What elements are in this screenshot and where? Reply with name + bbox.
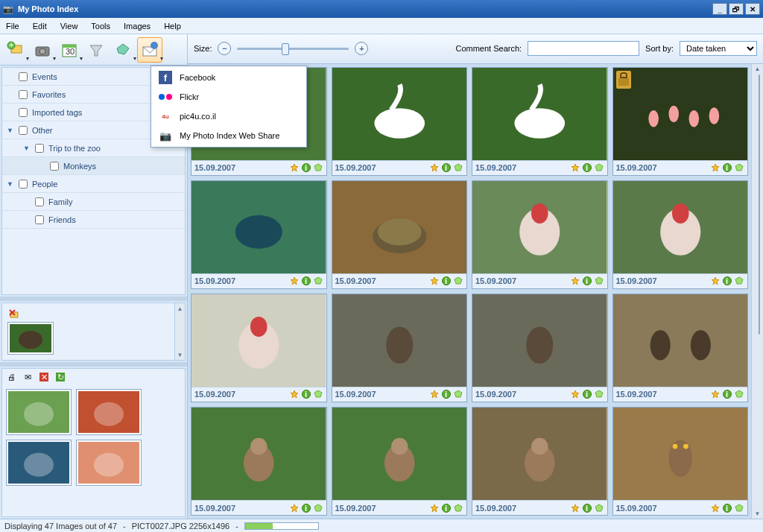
tag-icon[interactable] <box>734 276 744 286</box>
star-icon[interactable] <box>710 162 721 173</box>
photo-card[interactable]: 15.09.2007i <box>612 407 749 516</box>
info-icon[interactable]: i <box>441 162 452 173</box>
info-icon[interactable]: i <box>582 503 592 513</box>
photo-thumbnail[interactable] <box>613 68 748 160</box>
splitter-1[interactable] <box>0 297 187 301</box>
expander-icon[interactable]: ▼ <box>7 180 14 188</box>
tag-icon[interactable] <box>313 503 323 513</box>
tag-row[interactable]: Monkeys <box>2 157 185 175</box>
tag-checkbox[interactable] <box>19 126 28 135</box>
photo-thumbnail[interactable] <box>191 408 326 500</box>
photo-thumbnail[interactable] <box>332 68 467 160</box>
tag-icon[interactable] <box>734 162 744 173</box>
star-icon[interactable] <box>570 162 580 173</box>
zoom-in-button[interactable]: + <box>355 42 368 55</box>
menu-edit[interactable]: Edit <box>33 22 47 31</box>
zoom-out-button[interactable]: − <box>218 42 231 55</box>
camera-button[interactable]: ▾ <box>30 37 55 63</box>
mail-icon[interactable]: ✉ <box>22 371 34 383</box>
tag-checkbox[interactable] <box>35 144 44 153</box>
menu-help[interactable]: Help <box>164 22 181 31</box>
photo-card[interactable]: 15.09.2007i <box>612 180 749 289</box>
tag-icon[interactable] <box>594 162 604 173</box>
maximize-button[interactable]: 🗗 <box>729 3 744 15</box>
tag-icon[interactable] <box>453 276 463 286</box>
star-icon[interactable] <box>429 503 440 513</box>
star-icon[interactable] <box>289 162 300 173</box>
splitter-2[interactable] <box>0 362 187 367</box>
photo-card[interactable]: 15.09.2007i <box>332 294 468 402</box>
star-icon[interactable] <box>570 389 580 399</box>
photo-thumbnail[interactable] <box>613 294 748 387</box>
photo-thumbnail[interactable] <box>472 68 607 160</box>
tag-row[interactable]: ▼People <box>2 175 185 193</box>
photo-card[interactable]: 15.09.2007i <box>472 407 608 516</box>
close-button[interactable]: ✕ <box>745 3 760 15</box>
minimize-button[interactable]: _ <box>712 3 727 15</box>
tag-color-button[interactable]: ▾ <box>110 37 136 63</box>
menu-tools[interactable]: Tools <box>91 22 110 31</box>
tag-icon[interactable] <box>594 276 604 286</box>
tray-thumb[interactable] <box>7 390 71 434</box>
tray-thumb[interactable] <box>7 440 71 485</box>
photo-card[interactable]: 15.09.2007i <box>472 294 608 402</box>
photo-card[interactable]: 15.09.2007i <box>472 67 608 176</box>
star-icon[interactable] <box>429 276 440 286</box>
tag-checkbox[interactable] <box>50 162 59 171</box>
tag-row[interactable]: Friends <box>2 211 185 229</box>
photo-thumbnail[interactable] <box>613 181 748 273</box>
delete-red-icon[interactable]: ✕ <box>38 371 50 383</box>
share-menu-item[interactable]: 4upic4u.co.il <box>153 107 305 126</box>
grid-scrollbar[interactable]: ▲ ▼ <box>751 64 763 519</box>
tag-icon[interactable] <box>313 389 323 399</box>
photo-thumbnail[interactable] <box>472 294 607 387</box>
star-icon[interactable] <box>570 276 580 286</box>
expander-icon[interactable]: ▼ <box>23 145 31 152</box>
tag-icon[interactable] <box>594 389 604 399</box>
photo-card[interactable]: 15.09.2007i <box>612 67 749 176</box>
photo-card[interactable]: 15.09.2007i <box>191 407 327 516</box>
info-icon[interactable]: i <box>722 503 732 513</box>
share-button[interactable]: ▾ <box>137 37 162 63</box>
info-icon[interactable]: i <box>301 389 311 399</box>
info-icon[interactable]: i <box>582 162 592 173</box>
share-menu-item[interactable]: Flickr <box>153 87 305 107</box>
info-icon[interactable]: i <box>722 276 732 286</box>
selected-thumb[interactable] <box>8 323 53 354</box>
share-menu-item[interactable]: 📷My Photo Index Web Share <box>153 126 305 145</box>
share-menu-item[interactable]: fFacebook <box>153 68 305 87</box>
photo-thumbnail[interactable] <box>613 408 748 500</box>
info-icon[interactable]: i <box>301 276 311 286</box>
print-icon[interactable]: 🖨 <box>5 371 17 383</box>
tag-icon[interactable] <box>734 389 744 399</box>
photo-thumbnail[interactable] <box>191 294 326 387</box>
star-icon[interactable] <box>710 503 721 513</box>
photo-card[interactable]: 15.09.2007i <box>191 180 327 289</box>
photo-thumbnail[interactable] <box>332 408 467 500</box>
add-tag-button[interactable]: +▾ <box>3 37 28 63</box>
tag-icon[interactable] <box>313 276 323 286</box>
menu-file[interactable]: File <box>6 22 19 31</box>
tray-thumb[interactable] <box>77 440 141 485</box>
info-icon[interactable]: i <box>301 162 311 173</box>
info-icon[interactable]: i <box>441 503 452 513</box>
info-icon[interactable]: i <box>301 503 311 513</box>
filter-button[interactable] <box>83 37 109 63</box>
star-icon[interactable] <box>289 389 300 399</box>
tag-icon[interactable] <box>453 162 463 173</box>
menu-images[interactable]: Images <box>124 22 151 31</box>
info-icon[interactable]: i <box>441 389 452 399</box>
star-icon[interactable] <box>429 389 440 399</box>
photo-thumbnail[interactable] <box>332 294 467 387</box>
photo-thumbnail[interactable] <box>191 181 326 273</box>
star-icon[interactable] <box>289 276 300 286</box>
tag-checkbox[interactable] <box>19 108 28 117</box>
photo-thumbnail[interactable] <box>332 181 467 273</box>
photo-thumbnail[interactable] <box>472 181 607 273</box>
star-icon[interactable] <box>289 503 300 513</box>
star-icon[interactable] <box>710 276 721 286</box>
photo-card[interactable]: 15.09.2007i <box>332 67 468 176</box>
tag-checkbox[interactable] <box>19 72 28 81</box>
size-slider[interactable] <box>237 42 349 55</box>
photo-thumbnail[interactable] <box>472 408 607 500</box>
